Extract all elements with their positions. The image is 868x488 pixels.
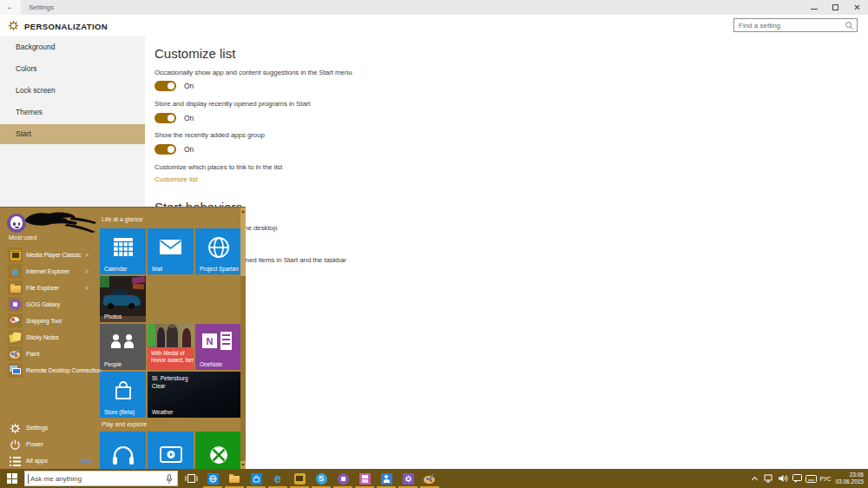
maximize-button[interactable]	[825, 0, 846, 15]
taskbar-app-gog[interactable]	[332, 469, 353, 488]
internet-explorer-icon: e	[8, 264, 23, 279]
toggle-suggestions[interactable]	[155, 81, 176, 91]
taskbar-app-paint[interactable]	[419, 469, 440, 488]
find-setting-placeholder: Find a setting	[739, 22, 780, 30]
start-menu: Life at a glance Most used Media Player …	[0, 207, 246, 469]
start-item-media-player-classic[interactable]: Media Player Classic >	[0, 247, 97, 263]
tile-weather[interactable]: St. Petersburg Clear Weather	[148, 372, 241, 418]
headphones-icon	[100, 432, 146, 469]
start-item-paint[interactable]: Paint	[0, 346, 97, 362]
microphone-icon[interactable]	[166, 474, 173, 485]
start-item-snipping-tool[interactable]: ✂ Snipping Tool	[0, 313, 97, 329]
sidebar-item-lock-screen[interactable]: Lock screen	[0, 81, 145, 101]
setting-label-suggestions: Occasionally show app and content sugges…	[155, 69, 352, 76]
scroll-up-icon[interactable]	[240, 208, 246, 215]
places-label: Customize which places to link to in the…	[155, 163, 282, 171]
group-label-life: Life at a glance	[102, 216, 142, 222]
toggle-knob	[168, 146, 174, 153]
taskbar-app-spartan[interactable]	[202, 469, 223, 488]
tile-onenote[interactable]: N OneNote	[195, 324, 241, 370]
scrollbar-thumb[interactable]	[240, 215, 246, 276]
start-menu-scrollbar[interactable]	[240, 208, 246, 469]
taskbar-app-skype[interactable]: S	[311, 469, 332, 488]
tile-people[interactable]: People	[100, 324, 146, 370]
gog-taskbar-icon	[338, 473, 349, 485]
tray-volume-icon[interactable]	[776, 469, 790, 488]
find-setting-input[interactable]: Find a setting	[733, 18, 858, 32]
sidebar-item-background[interactable]: Background	[0, 37, 145, 57]
medal-caption: With Medal of Honor award, fam	[148, 347, 194, 370]
tray-network-icon[interactable]	[762, 469, 776, 488]
chevron-up-icon	[751, 476, 757, 482]
tray-clock[interactable]: 23:06 03.06.2015	[835, 472, 864, 485]
taskbar-app-media-player-classic[interactable]	[289, 469, 310, 488]
start-item-gog-galaxy[interactable]: GOG Galaxy	[0, 296, 97, 313]
taskbar-app-floppy[interactable]	[354, 469, 375, 488]
section-heading: Customize list	[155, 46, 235, 61]
spartan-taskbar-icon	[207, 473, 219, 485]
tile-xbox[interactable]	[195, 432, 241, 469]
start-footer-all-apps[interactable]: All apps New	[0, 452, 95, 469]
taskbar-app-settings[interactable]	[398, 469, 418, 488]
start-button[interactable]	[0, 469, 23, 488]
minimize-button[interactable]	[803, 0, 825, 15]
tile-mail[interactable]: Mail	[148, 228, 194, 274]
close-button[interactable]: ✕	[846, 0, 868, 15]
start-footer-settings[interactable]: Settings	[0, 419, 95, 436]
paint-taskbar-icon	[424, 473, 436, 485]
most-used-label: Most used	[9, 234, 36, 241]
tile-store[interactable]: Store (Beta)	[100, 372, 146, 418]
taskbar-app-internet-explorer[interactable]: e	[267, 469, 288, 488]
sidebar-item-start[interactable]: Start	[0, 124, 145, 144]
start-item-remote-desktop[interactable]: Remote Desktop Connection	[0, 362, 97, 379]
power-icon	[10, 439, 21, 451]
toggle-row-recent-programs: On	[155, 113, 194, 123]
minimize-icon	[811, 9, 818, 10]
start-item-file-explorer[interactable]: File Explorer >	[0, 280, 97, 296]
setting-label-recently-added: Show the recently added apps group	[155, 131, 265, 139]
toggle-recently-added[interactable]	[155, 144, 176, 155]
toggle-knob	[168, 115, 174, 122]
tray-action-center-icon[interactable]	[790, 469, 804, 488]
tile-groove-music[interactable]	[100, 432, 146, 469]
setting-label-recent-programs: Store and display recently opened progra…	[155, 100, 310, 108]
scroll-down-icon[interactable]	[240, 461, 246, 469]
taskbar-app-file-explorer[interactable]	[224, 469, 245, 488]
floppy-taskbar-icon	[359, 473, 371, 485]
taskbar-search-placeholder: Ask me anything	[30, 475, 82, 483]
ie-taskbar-icon: e	[274, 472, 281, 485]
tray-language-indicator[interactable]: РУС	[818, 469, 833, 488]
toggle-recent-programs[interactable]	[155, 113, 176, 123]
tile-project-spartan[interactable]: Project Spartan	[195, 228, 241, 274]
group-label-play: Play and explore	[102, 421, 147, 427]
maximize-icon	[832, 4, 838, 10]
start-item-internet-explorer[interactable]: e Internet Explorer >	[0, 263, 97, 280]
settings-content: Customize list Occasionally show app and…	[145, 36, 868, 469]
onenote-icon: N	[202, 333, 217, 348]
submenu-chevron-icon: >	[85, 263, 89, 280]
mail-icon	[148, 228, 194, 266]
tile-photo-medal[interactable]: With Medal of Honor award, fam	[148, 324, 194, 370]
tile-photos[interactable]: Photos	[100, 276, 146, 322]
tray-keyboard-icon[interactable]	[804, 469, 819, 488]
skype-taskbar-icon: S	[316, 473, 327, 485]
taskbar-search-input[interactable]: Ask me anything	[24, 471, 178, 486]
sidebar-item-themes[interactable]: Themes	[0, 102, 145, 122]
customize-list-link[interactable]: Customize list	[155, 175, 198, 183]
tile-calendar[interactable]: Calendar	[100, 228, 146, 274]
tile-films-tv[interactable]	[148, 432, 194, 469]
task-view-button[interactable]	[181, 469, 201, 488]
taskbar-app-store[interactable]	[246, 469, 266, 488]
taskbar-app-person[interactable]	[376, 469, 397, 488]
new-badge: New	[80, 452, 92, 469]
gog-galaxy-icon	[8, 297, 23, 312]
submenu-chevron-icon: >	[85, 247, 89, 263]
back-button[interactable]: ←	[0, 0, 21, 15]
start-footer-power[interactable]: Power	[0, 436, 95, 452]
calendar-icon	[100, 228, 146, 266]
tray-show-hidden-icons[interactable]	[748, 469, 760, 488]
remote-desktop-icon	[8, 363, 23, 378]
start-item-sticky-notes[interactable]: Sticky Notes	[0, 329, 97, 346]
sidebar-item-colors[interactable]: Colors	[0, 59, 145, 79]
weather-info: St. Petersburg Clear	[152, 375, 188, 390]
